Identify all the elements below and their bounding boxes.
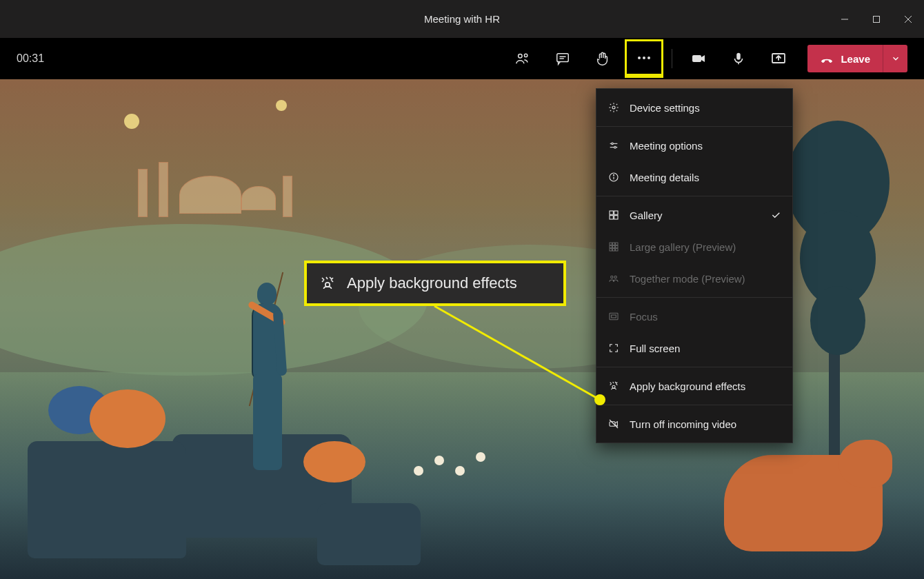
svg-rect-32	[616, 245, 618, 247]
svg-rect-34	[612, 249, 614, 251]
background-effects-icon	[319, 275, 336, 292]
share-screen-button[interactable]	[761, 42, 796, 75]
fullscreen-icon	[607, 343, 620, 354]
gallery-icon	[607, 210, 620, 221]
annotation-callout: Apply background effects	[304, 261, 566, 306]
gear-icon	[607, 102, 620, 113]
call-timer: 00:31	[17, 52, 44, 65]
svg-point-40	[612, 385, 615, 388]
more-actions-menu: Device settings Meeting options Meeting …	[596, 88, 793, 443]
menu-large-gallery: Large gallery (Preview)	[596, 231, 792, 263]
leave-label: Leave	[841, 53, 870, 65]
menu-meeting-details[interactable]: Meeting details	[596, 161, 792, 193]
chevron-down-icon	[891, 54, 901, 63]
menu-full-screen[interactable]: Full screen	[596, 332, 792, 364]
checkmark-icon	[770, 210, 781, 221]
svg-rect-13	[737, 53, 741, 60]
menu-label: Together mode (Preview)	[630, 273, 745, 285]
svg-rect-6	[557, 54, 569, 62]
svg-point-15	[612, 106, 615, 109]
svg-rect-29	[616, 243, 618, 245]
menu-meeting-options[interactable]: Meeting options	[596, 130, 792, 161]
svg-point-22	[613, 174, 614, 175]
menu-label: Apply background effects	[630, 380, 745, 392]
chat-icon	[555, 51, 570, 66]
camera-button[interactable]	[681, 42, 716, 75]
svg-rect-35	[616, 249, 618, 251]
title-bar: Meeting with HR	[0, 0, 924, 38]
chat-button[interactable]	[545, 42, 581, 75]
menu-label: Device settings	[630, 102, 700, 114]
svg-rect-39	[612, 315, 616, 318]
camera-icon	[690, 50, 707, 67]
participants-button[interactable]	[505, 42, 541, 75]
svg-point-37	[614, 276, 616, 278]
svg-line-42	[610, 420, 618, 428]
svg-rect-23	[610, 211, 613, 214]
svg-rect-33	[610, 249, 612, 251]
menu-apply-background-effects[interactable]: Apply background effects	[596, 370, 792, 402]
svg-rect-27	[610, 243, 612, 245]
background-effects-icon	[607, 380, 620, 392]
hangup-icon	[820, 52, 834, 65]
meeting-toolbar: 00:31 Leave	[0, 38, 924, 79]
focus-icon	[607, 311, 620, 322]
more-icon	[636, 50, 652, 66]
svg-rect-24	[614, 211, 618, 214]
people-icon	[515, 51, 530, 66]
toolbar-divider	[672, 49, 672, 68]
close-button[interactable]	[892, 0, 924, 38]
svg-point-9	[638, 57, 641, 59]
svg-point-4	[519, 54, 523, 59]
menu-label: Focus	[630, 311, 658, 323]
svg-rect-31	[612, 245, 614, 247]
menu-label: Meeting options	[630, 140, 703, 152]
window-controls	[829, 0, 924, 38]
svg-rect-25	[610, 216, 613, 219]
maximize-button[interactable]	[861, 0, 892, 38]
info-icon	[607, 172, 620, 183]
svg-point-5	[525, 54, 528, 57]
creature	[724, 455, 883, 551]
character-figure	[245, 283, 293, 469]
svg-rect-28	[612, 243, 614, 245]
svg-point-11	[647, 57, 650, 59]
svg-point-36	[611, 276, 613, 278]
svg-rect-30	[610, 245, 612, 247]
raise-hand-button[interactable]	[585, 42, 621, 75]
svg-point-19	[614, 146, 616, 148]
microphone-button[interactable]	[721, 42, 756, 75]
menu-turn-off-incoming-video[interactable]: Turn off incoming video	[596, 408, 792, 440]
menu-together-mode: Together mode (Preview)	[596, 263, 792, 294]
menu-label: Turn off incoming video	[630, 418, 736, 430]
menu-focus: Focus	[596, 301, 792, 332]
minimize-button[interactable]	[829, 0, 861, 38]
menu-label: Meeting details	[630, 172, 699, 183]
share-icon	[770, 50, 787, 67]
leave-chevron-button[interactable]	[883, 45, 907, 72]
svg-rect-12	[692, 55, 701, 62]
large-gallery-icon	[607, 241, 620, 252]
hand-icon	[595, 51, 610, 66]
annotation-dot	[594, 394, 605, 405]
menu-device-settings[interactable]: Device settings	[596, 92, 792, 123]
leave-button[interactable]: Leave	[807, 45, 907, 72]
microphone-icon	[731, 51, 746, 66]
svg-rect-26	[614, 216, 618, 219]
svg-rect-38	[610, 313, 618, 319]
sliders-icon	[607, 140, 620, 151]
svg-rect-1	[874, 16, 880, 22]
menu-label: Gallery	[630, 210, 663, 221]
menu-gallery[interactable]: Gallery	[596, 199, 792, 231]
menu-label: Large gallery (Preview)	[630, 241, 736, 253]
svg-point-10	[643, 57, 645, 59]
window-title: Meeting with HR	[424, 13, 500, 25]
more-actions-button[interactable]	[625, 39, 663, 78]
video-off-icon	[607, 418, 620, 429]
menu-label: Full screen	[630, 343, 680, 354]
leave-main[interactable]: Leave	[807, 52, 883, 65]
callout-label: Apply background effects	[347, 274, 517, 292]
svg-point-17	[612, 143, 614, 145]
together-icon	[607, 273, 620, 284]
